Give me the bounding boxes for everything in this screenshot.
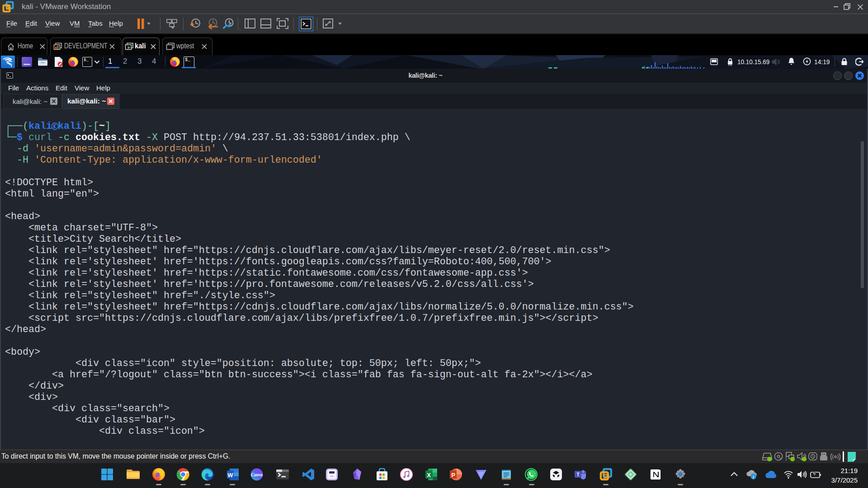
svg-text:T: T (576, 472, 579, 477)
svg-text:P: P (451, 472, 455, 479)
svg-text:Canva: Canva (251, 473, 263, 477)
svg-text:X: X (427, 472, 431, 479)
svg-text:i: i (753, 474, 754, 479)
svg-text:W: W (227, 472, 233, 479)
